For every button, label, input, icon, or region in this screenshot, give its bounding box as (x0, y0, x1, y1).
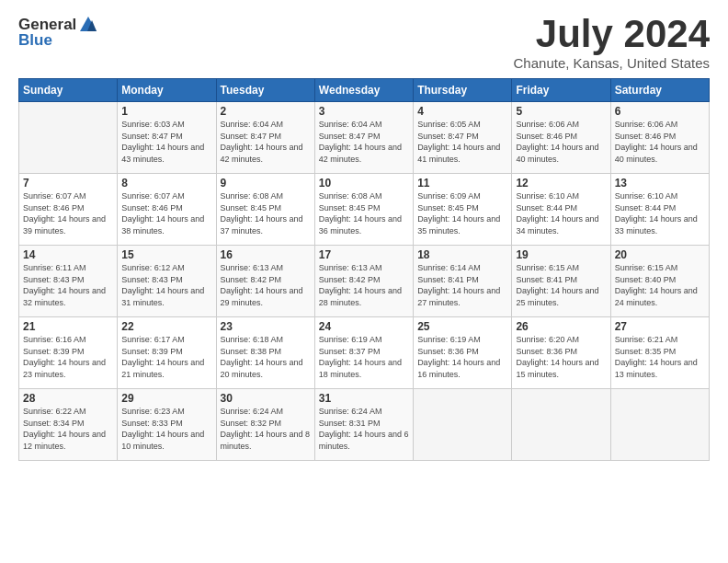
day-number: 13 (615, 177, 705, 190)
calendar-cell: 29Sunrise: 6:23 AMSunset: 8:33 PMDayligh… (118, 389, 216, 461)
calendar-cell: 22Sunrise: 6:17 AMSunset: 8:39 PMDayligh… (118, 317, 216, 389)
calendar-cell: 26Sunrise: 6:20 AMSunset: 8:36 PMDayligh… (512, 317, 610, 389)
day-number: 5 (516, 105, 606, 118)
day-number: 23 (221, 320, 311, 333)
day-info: Sunrise: 6:23 AMSunset: 8:33 PMDaylight:… (121, 406, 211, 452)
calendar-cell: 11Sunrise: 6:09 AMSunset: 8:45 PMDayligh… (414, 174, 512, 246)
calendar-cell: 18Sunrise: 6:14 AMSunset: 8:41 PMDayligh… (414, 246, 512, 317)
col-friday: Friday (512, 79, 610, 102)
day-info: Sunrise: 6:15 AMSunset: 8:41 PMDaylight:… (516, 262, 606, 308)
day-info: Sunrise: 6:17 AMSunset: 8:39 PMDaylight:… (121, 334, 211, 380)
calendar-week-1: 1Sunrise: 6:03 AMSunset: 8:47 PMDaylight… (19, 102, 710, 174)
calendar-cell (19, 102, 118, 174)
calendar-cell: 6Sunrise: 6:06 AMSunset: 8:46 PMDaylight… (610, 102, 709, 174)
day-number: 22 (121, 320, 211, 333)
calendar-cell: 8Sunrise: 6:07 AMSunset: 8:46 PMDaylight… (118, 174, 216, 246)
day-number: 9 (221, 177, 311, 190)
header-row: Sunday Monday Tuesday Wednesday Thursday… (19, 79, 710, 102)
calendar-cell: 30Sunrise: 6:24 AMSunset: 8:32 PMDayligh… (216, 389, 314, 461)
day-number: 29 (121, 392, 211, 405)
col-monday: Monday (118, 79, 216, 102)
day-number: 14 (23, 248, 113, 261)
day-info: Sunrise: 6:05 AMSunset: 8:47 PMDaylight:… (417, 119, 507, 165)
day-info: Sunrise: 6:15 AMSunset: 8:40 PMDaylight:… (615, 262, 705, 308)
day-number: 4 (417, 105, 507, 118)
day-info: Sunrise: 6:14 AMSunset: 8:41 PMDaylight:… (417, 262, 507, 308)
day-info: Sunrise: 6:08 AMSunset: 8:45 PMDaylight:… (319, 190, 409, 236)
day-info: Sunrise: 6:19 AMSunset: 8:37 PMDaylight:… (319, 334, 409, 380)
page: General Blue July 2024 Chanute, Kansas, … (0, 0, 728, 563)
day-info: Sunrise: 6:07 AMSunset: 8:46 PMDaylight:… (121, 190, 211, 236)
col-sunday: Sunday (19, 79, 118, 102)
day-info: Sunrise: 6:04 AMSunset: 8:47 PMDaylight:… (319, 119, 409, 165)
calendar-cell: 9Sunrise: 6:08 AMSunset: 8:45 PMDaylight… (216, 174, 314, 246)
day-number: 18 (417, 248, 507, 261)
day-info: Sunrise: 6:11 AMSunset: 8:43 PMDaylight:… (23, 262, 113, 308)
day-number: 3 (319, 105, 409, 118)
logo: General Blue (18, 15, 98, 50)
calendar-cell (414, 389, 512, 461)
day-number: 26 (516, 320, 606, 333)
day-number: 15 (121, 248, 211, 261)
calendar-cell: 28Sunrise: 6:22 AMSunset: 8:34 PMDayligh… (19, 389, 118, 461)
calendar-week-3: 14Sunrise: 6:11 AMSunset: 8:43 PMDayligh… (19, 246, 710, 317)
day-info: Sunrise: 6:18 AMSunset: 8:38 PMDaylight:… (221, 334, 311, 380)
calendar-cell: 17Sunrise: 6:13 AMSunset: 8:42 PMDayligh… (314, 246, 413, 317)
day-info: Sunrise: 6:10 AMSunset: 8:44 PMDaylight:… (615, 190, 705, 236)
calendar-cell: 19Sunrise: 6:15 AMSunset: 8:41 PMDayligh… (512, 246, 610, 317)
calendar-cell: 2Sunrise: 6:04 AMSunset: 8:47 PMDaylight… (216, 102, 314, 174)
col-thursday: Thursday (414, 79, 512, 102)
title-section: July 2024 Chanute, Kansas, United States (514, 15, 710, 71)
day-number: 1 (121, 105, 211, 118)
logo-icon (78, 15, 98, 35)
day-number: 8 (121, 177, 211, 190)
calendar-week-2: 7Sunrise: 6:07 AMSunset: 8:46 PMDaylight… (19, 174, 710, 246)
day-number: 20 (615, 248, 705, 261)
day-info: Sunrise: 6:24 AMSunset: 8:32 PMDaylight:… (221, 406, 311, 452)
calendar-cell: 3Sunrise: 6:04 AMSunset: 8:47 PMDaylight… (314, 102, 413, 174)
day-info: Sunrise: 6:08 AMSunset: 8:45 PMDaylight:… (221, 190, 311, 236)
calendar-cell: 24Sunrise: 6:19 AMSunset: 8:37 PMDayligh… (314, 317, 413, 389)
day-number: 31 (319, 392, 409, 405)
day-info: Sunrise: 6:09 AMSunset: 8:45 PMDaylight:… (417, 190, 507, 236)
col-saturday: Saturday (610, 79, 709, 102)
calendar-cell (610, 389, 709, 461)
calendar-table: Sunday Monday Tuesday Wednesday Thursday… (18, 78, 710, 461)
calendar-cell: 13Sunrise: 6:10 AMSunset: 8:44 PMDayligh… (610, 174, 709, 246)
logo-blue: Blue (18, 31, 52, 50)
day-info: Sunrise: 6:12 AMSunset: 8:43 PMDaylight:… (121, 262, 211, 308)
day-number: 24 (319, 320, 409, 333)
day-info: Sunrise: 6:24 AMSunset: 8:31 PMDaylight:… (319, 406, 409, 452)
day-number: 21 (23, 320, 113, 333)
calendar-cell: 14Sunrise: 6:11 AMSunset: 8:43 PMDayligh… (19, 246, 118, 317)
day-info: Sunrise: 6:20 AMSunset: 8:36 PMDaylight:… (516, 334, 606, 380)
day-number: 27 (615, 320, 705, 333)
calendar-cell: 21Sunrise: 6:16 AMSunset: 8:39 PMDayligh… (19, 317, 118, 389)
calendar-cell: 16Sunrise: 6:13 AMSunset: 8:42 PMDayligh… (216, 246, 314, 317)
calendar-cell: 15Sunrise: 6:12 AMSunset: 8:43 PMDayligh… (118, 246, 216, 317)
calendar-cell: 10Sunrise: 6:08 AMSunset: 8:45 PMDayligh… (314, 174, 413, 246)
day-number: 25 (417, 320, 507, 333)
calendar-cell: 27Sunrise: 6:21 AMSunset: 8:35 PMDayligh… (610, 317, 709, 389)
calendar-cell: 4Sunrise: 6:05 AMSunset: 8:47 PMDaylight… (414, 102, 512, 174)
day-number: 7 (23, 177, 113, 190)
col-tuesday: Tuesday (216, 79, 314, 102)
day-number: 16 (221, 248, 311, 261)
calendar-cell: 7Sunrise: 6:07 AMSunset: 8:46 PMDaylight… (19, 174, 118, 246)
day-info: Sunrise: 6:16 AMSunset: 8:39 PMDaylight:… (23, 334, 113, 380)
day-number: 11 (417, 177, 507, 190)
location-subtitle: Chanute, Kansas, United States (514, 55, 710, 71)
day-number: 19 (516, 248, 606, 261)
day-info: Sunrise: 6:06 AMSunset: 8:46 PMDaylight:… (516, 119, 606, 165)
calendar-cell: 25Sunrise: 6:19 AMSunset: 8:36 PMDayligh… (414, 317, 512, 389)
day-info: Sunrise: 6:21 AMSunset: 8:35 PMDaylight:… (615, 334, 705, 380)
calendar-cell: 1Sunrise: 6:03 AMSunset: 8:47 PMDaylight… (118, 102, 216, 174)
day-info: Sunrise: 6:13 AMSunset: 8:42 PMDaylight:… (319, 262, 409, 308)
calendar-cell: 31Sunrise: 6:24 AMSunset: 8:31 PMDayligh… (314, 389, 413, 461)
col-wednesday: Wednesday (314, 79, 413, 102)
calendar-cell: 23Sunrise: 6:18 AMSunset: 8:38 PMDayligh… (216, 317, 314, 389)
day-info: Sunrise: 6:07 AMSunset: 8:46 PMDaylight:… (23, 190, 113, 236)
day-number: 30 (221, 392, 311, 405)
day-info: Sunrise: 6:22 AMSunset: 8:34 PMDaylight:… (23, 406, 113, 452)
calendar-title: July 2024 (514, 15, 710, 53)
